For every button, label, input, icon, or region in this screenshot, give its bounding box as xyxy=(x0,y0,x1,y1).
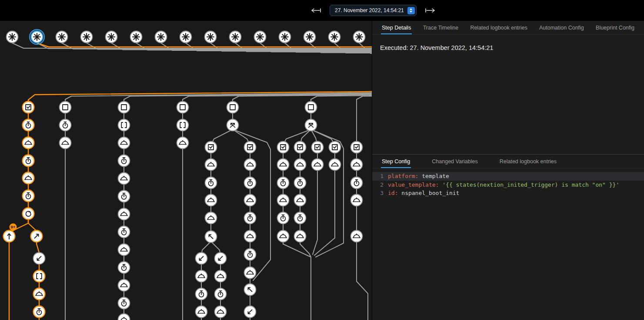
graph-node-timer[interactable] xyxy=(118,191,130,202)
graph-node-timer[interactable] xyxy=(23,155,34,167)
graph-node-dome[interactable] xyxy=(294,231,306,242)
graph-node-square[interactable] xyxy=(118,102,130,113)
trigger-node[interactable] xyxy=(106,31,117,43)
graph-node-arrow-up[interactable] xyxy=(3,231,15,242)
trigger-node[interactable] xyxy=(180,31,192,43)
graph-node-timer[interactable] xyxy=(60,119,71,131)
graph-node-brackets[interactable] xyxy=(118,119,130,131)
trigger-node[interactable] xyxy=(230,31,241,43)
graph-node-check[interactable] xyxy=(294,142,306,153)
graph-node-timer[interactable] xyxy=(277,212,289,224)
graph-node-split[interactable] xyxy=(305,119,317,131)
graph-node-arrow-ul[interactable] xyxy=(244,284,256,296)
graph-node-arrow-dl[interactable] xyxy=(244,306,256,318)
graph-node-dome[interactable] xyxy=(244,267,256,279)
graph-node-square[interactable] xyxy=(305,102,317,113)
graph-node-timer[interactable] xyxy=(244,212,256,224)
previous-run-button[interactable] xyxy=(310,7,323,14)
graph-node-dome[interactable] xyxy=(196,306,207,318)
graph-node-dome[interactable] xyxy=(118,244,130,256)
graph-node-dome[interactable] xyxy=(294,195,306,206)
graph-node-arrow-ul[interactable] xyxy=(205,231,217,243)
graph-node-brackets[interactable] xyxy=(177,119,189,131)
graph-node-arrow-dl[interactable] xyxy=(215,253,227,264)
graph-node-timer[interactable] xyxy=(118,226,130,238)
graph-node-dome[interactable] xyxy=(205,159,217,171)
graph-node-check[interactable] xyxy=(351,142,363,153)
graph-node-check[interactable] xyxy=(312,142,324,153)
graph-node-split[interactable] xyxy=(227,119,239,131)
tab-related-logbook-entries[interactable]: Related logbook entries xyxy=(499,155,557,168)
trigger-node[interactable] xyxy=(30,30,44,44)
graph-node-timer[interactable] xyxy=(118,262,130,274)
graph-node-dome[interactable] xyxy=(351,159,363,171)
graph-node-dome[interactable] xyxy=(118,208,130,220)
graph-node-arrow-dl[interactable] xyxy=(196,253,207,264)
run-select[interactable]: 27. November 2022, 14:54:21 xyxy=(330,5,417,16)
graph-node-dome[interactable] xyxy=(118,314,130,320)
tab-step-details[interactable]: Step Details xyxy=(381,21,412,34)
tab-trace-timeline[interactable]: Trace Timeline xyxy=(422,21,460,34)
trigger-node[interactable] xyxy=(329,31,340,43)
trigger-node[interactable] xyxy=(155,31,167,43)
graph-node-check[interactable] xyxy=(277,142,289,153)
next-run-button[interactable] xyxy=(424,7,437,14)
graph-node-timer[interactable] xyxy=(23,190,34,202)
graph-node-dome[interactable] xyxy=(205,195,217,206)
graph-node-square[interactable] xyxy=(227,102,239,113)
graph-node-check[interactable] xyxy=(23,102,34,113)
graph-node-dome[interactable] xyxy=(312,159,324,171)
trigger-node[interactable] xyxy=(254,31,266,43)
graph-node-dome[interactable] xyxy=(215,271,227,282)
graph-node-dome[interactable] xyxy=(118,173,130,185)
trigger-node[interactable] xyxy=(205,31,217,43)
graph-node-brackets[interactable] xyxy=(33,271,45,282)
graph-node-timer[interactable] xyxy=(215,288,227,300)
graph-node-dome[interactable] xyxy=(277,195,289,206)
graph-node-dome[interactable] xyxy=(118,280,130,291)
trigger-node[interactable] xyxy=(279,31,291,43)
graph-node-dome[interactable] xyxy=(23,172,34,184)
graph-node-dome[interactable] xyxy=(329,159,341,171)
step-config-code[interactable]: 1platform: template2value_template: '{{ … xyxy=(372,172,644,198)
graph-node-timer[interactable] xyxy=(244,177,256,189)
graph-node-repeat[interactable] xyxy=(23,208,34,220)
graph-node-dome[interactable] xyxy=(205,212,217,224)
graph-node-timer[interactable] xyxy=(294,212,306,224)
graph-node-dome[interactable] xyxy=(277,231,289,242)
graph-node-timer[interactable] xyxy=(244,249,256,261)
graph-node-timer[interactable] xyxy=(277,177,289,189)
graph-node-dome[interactable] xyxy=(244,231,256,242)
graph-node-dome[interactable] xyxy=(294,159,306,171)
graph-node-check[interactable] xyxy=(244,142,256,153)
tab-step-config[interactable]: Step Config xyxy=(381,155,411,168)
graph-node-check[interactable] xyxy=(205,142,217,153)
graph-node-dome[interactable] xyxy=(23,137,34,149)
graph-node-timer[interactable] xyxy=(23,119,34,131)
trigger-node[interactable] xyxy=(81,31,93,43)
graph-node-dome[interactable] xyxy=(244,195,256,206)
graph-node-timer[interactable] xyxy=(33,306,45,318)
graph-node-dome[interactable] xyxy=(351,195,363,206)
graph-node-timer[interactable] xyxy=(118,297,130,309)
graph-node-check[interactable] xyxy=(329,142,341,153)
tab-automation-config[interactable]: Automation Config xyxy=(538,21,585,34)
graph-node-arrow-ur[interactable] xyxy=(31,231,43,242)
graph-node-square[interactable] xyxy=(177,102,189,113)
graph-node-square[interactable] xyxy=(60,102,71,113)
graph-node-dome[interactable] xyxy=(277,159,289,171)
trigger-node[interactable] xyxy=(56,31,68,43)
tab-changed-variables[interactable]: Changed Variables xyxy=(431,155,478,168)
graph-node-timer[interactable] xyxy=(196,288,207,300)
graph-node-dome[interactable] xyxy=(33,288,45,300)
graph-node-timer[interactable] xyxy=(294,177,306,189)
tab-related-logbook-entries[interactable]: Related logbook entries xyxy=(469,21,528,34)
trigger-node[interactable] xyxy=(7,31,18,43)
graph-node-dome[interactable] xyxy=(244,159,256,171)
graph-node-dome[interactable] xyxy=(177,137,189,149)
graph-node-dome[interactable] xyxy=(118,137,130,149)
trigger-node[interactable] xyxy=(304,31,316,43)
tab-blueprint-config[interactable]: Blueprint Config xyxy=(595,21,635,34)
trigger-node[interactable] xyxy=(130,31,142,43)
graph-node-arrow-dl[interactable] xyxy=(33,253,45,264)
